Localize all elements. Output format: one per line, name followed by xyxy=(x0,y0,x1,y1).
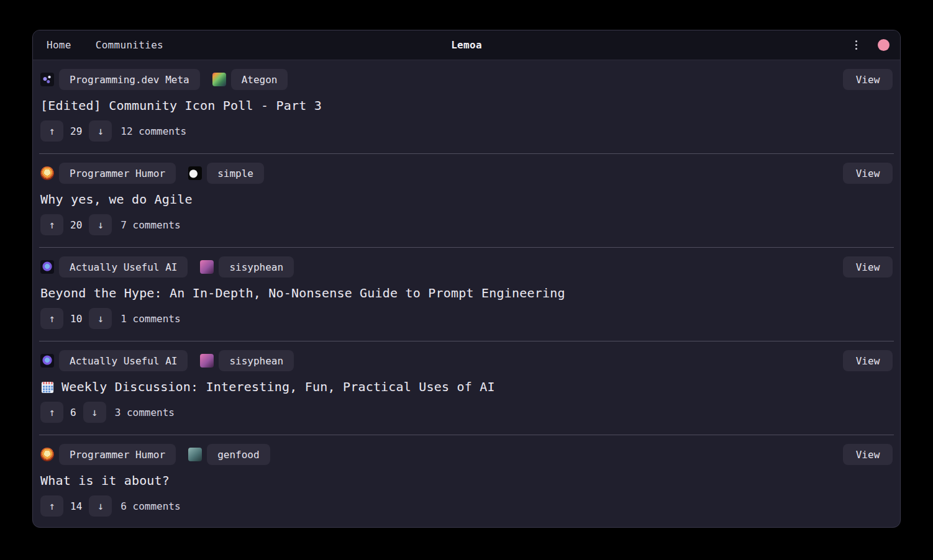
user-avatar xyxy=(188,448,202,461)
header-bar: Home Communities Lemoa xyxy=(33,30,900,60)
vote-bar: ↑ 20 ↓ 7 comments xyxy=(40,214,893,235)
header-actions xyxy=(852,37,890,53)
downvote-button[interactable]: ↓ xyxy=(89,120,112,142)
upvote-button[interactable]: ↑ xyxy=(40,120,63,142)
author-chip[interactable]: simple xyxy=(207,163,264,184)
post-title: Why yes, we do Agile xyxy=(40,192,893,207)
score: 10 xyxy=(70,313,82,325)
view-button[interactable]: View xyxy=(843,256,893,278)
post-header: Programmer Humor genfood View xyxy=(40,444,893,465)
comment-count: 7 comments xyxy=(121,219,180,231)
post-header: Actually Useful AI sisyphean View xyxy=(40,256,893,278)
downvote-button[interactable]: ↓ xyxy=(89,308,112,329)
app-window: Home Communities Lemoa Programming.dev M… xyxy=(32,30,901,528)
author-chip[interactable]: genfood xyxy=(207,444,270,465)
user-avatar xyxy=(188,166,202,180)
comment-count: 6 comments xyxy=(121,500,180,512)
community-avatar xyxy=(40,166,54,180)
upvote-button[interactable]: ↑ xyxy=(40,308,63,329)
community-avatar xyxy=(40,448,54,461)
post-header: Programming.dev Meta Ategon View xyxy=(40,69,893,90)
upvote-button[interactable]: ↑ xyxy=(40,402,63,423)
post-row: Actually Useful AI sisyphean View Beyond… xyxy=(39,247,894,341)
view-button[interactable]: View xyxy=(843,163,893,184)
post-row: Programmer Humor genfood View What is it… xyxy=(39,435,894,528)
score: 29 xyxy=(70,125,82,137)
community-chip[interactable]: Programmer Humor xyxy=(59,163,176,184)
post-header: Actually Useful AI sisyphean View xyxy=(40,350,893,371)
comment-count: 1 comments xyxy=(121,313,180,325)
downvote-button[interactable]: ↓ xyxy=(89,214,112,235)
community-chip[interactable]: Programmer Humor xyxy=(59,444,176,465)
post-title: Beyond the Hype: An In-Depth, No-Nonsens… xyxy=(40,286,893,300)
community-chip[interactable]: Actually Useful AI xyxy=(59,350,188,371)
score: 6 xyxy=(70,407,76,418)
user-avatar xyxy=(200,260,214,274)
vote-bar: ↑ 29 ↓ 12 comments xyxy=(40,120,893,142)
community-chip[interactable]: Actually Useful AI xyxy=(59,256,188,278)
author-chip[interactable]: sisyphean xyxy=(219,350,294,371)
comment-count: 3 comments xyxy=(115,407,175,418)
downvote-button[interactable]: ↓ xyxy=(83,402,106,423)
post-row: Programming.dev Meta Ategon View [Edited… xyxy=(39,60,894,153)
calendar-emoji-icon xyxy=(40,380,55,394)
view-button[interactable]: View xyxy=(843,350,893,371)
vote-bar: ↑ 10 ↓ 1 comments xyxy=(40,308,893,329)
view-button[interactable]: View xyxy=(843,444,893,465)
upvote-button[interactable]: ↑ xyxy=(40,214,63,235)
community-avatar xyxy=(40,260,54,274)
post-title: What is it about? xyxy=(40,473,893,488)
vote-bar: ↑ 6 ↓ 3 comments xyxy=(40,402,893,423)
score: 14 xyxy=(70,500,82,512)
user-avatar xyxy=(200,354,214,368)
author-chip[interactable]: sisyphean xyxy=(219,256,294,278)
post-title: Weekly Discussion: Interesting, Fun, Pra… xyxy=(40,379,893,394)
upvote-button[interactable]: ↑ xyxy=(40,495,63,517)
view-button[interactable]: View xyxy=(843,69,893,90)
post-row: Actually Useful AI sisyphean View xyxy=(39,341,894,435)
score: 20 xyxy=(70,219,82,231)
post-row: Programmer Humor simple View Why yes, we… xyxy=(39,153,894,247)
post-header: Programmer Humor simple View xyxy=(40,163,893,184)
nav-communities[interactable]: Communities xyxy=(96,39,163,51)
community-avatar xyxy=(40,354,54,368)
user-avatar xyxy=(212,73,226,86)
kebab-menu-icon[interactable] xyxy=(852,37,861,53)
comment-count: 12 comments xyxy=(121,125,186,137)
post-list: Programming.dev Meta Ategon View [Edited… xyxy=(33,60,900,528)
vote-bar: ↑ 14 ↓ 6 comments xyxy=(40,495,893,517)
nav-home[interactable]: Home xyxy=(47,39,71,51)
author-chip[interactable]: Ategon xyxy=(231,69,288,90)
post-title-text: Weekly Discussion: Interesting, Fun, Pra… xyxy=(61,379,495,394)
community-avatar xyxy=(40,73,54,86)
account-avatar[interactable] xyxy=(878,39,890,51)
community-chip[interactable]: Programming.dev Meta xyxy=(59,69,200,90)
post-title: [Edited] Community Icon Poll - Part 3 xyxy=(40,98,893,113)
downvote-button[interactable]: ↓ xyxy=(89,495,112,517)
